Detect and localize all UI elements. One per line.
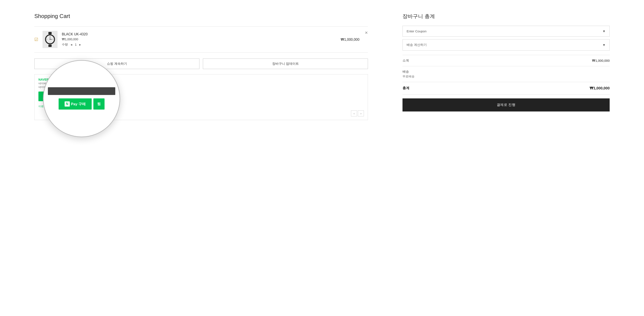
- item-price: ₩1,000,000: [62, 37, 341, 41]
- item-image: [42, 31, 58, 48]
- svg-point-7: [50, 39, 50, 40]
- total-value: ₩1,000,000: [590, 86, 610, 90]
- free-shipping-label: 무료배송: [402, 75, 414, 78]
- subtotal-value: ₩1,000,000: [592, 59, 610, 63]
- watch-icon: [44, 32, 56, 47]
- item-details: BLACK UK-4320 ₩1,000,000 수량 ◄ 1 ►: [62, 32, 341, 46]
- quantity-label: 수량: [62, 43, 68, 46]
- shipping-row-label: 배송: [402, 70, 409, 74]
- shipping-label: 배송 계산하기: [406, 43, 427, 47]
- shipping-dropdown[interactable]: 배송 계산하기 ▼: [402, 39, 610, 51]
- magnify-dark-bar: [48, 87, 115, 95]
- summary-title: 장바구니 총계: [402, 13, 610, 20]
- checkout-button[interactable]: 결제로 진행: [402, 98, 610, 112]
- prev-arrow-button[interactable]: ‹: [351, 110, 357, 116]
- subtotal-row: 소계 ₩1,000,000: [402, 55, 610, 66]
- svg-rect-1: [48, 45, 52, 47]
- total-label: 총계: [402, 86, 409, 90]
- cart-item: ☑: [34, 26, 368, 52]
- page-title: Shopping Cart: [34, 13, 368, 19]
- coupon-dropdown[interactable]: Enter Coupon ▼: [402, 26, 610, 37]
- magnify-pay-buttons: N Pay 구매 찜: [48, 98, 115, 110]
- magnify-overlay: N Pay 구매 찜: [43, 60, 120, 137]
- qty-next-button[interactable]: ►: [78, 43, 82, 46]
- qty-prev-button[interactable]: ◄: [70, 43, 73, 46]
- total-row: 총계 ₩1,000,000: [402, 82, 610, 95]
- item-total-price: ₩1,000,000: [341, 37, 359, 42]
- coupon-dropdown-arrow: ▼: [602, 29, 606, 33]
- qty-value: 1: [75, 43, 77, 46]
- subtotal-label: 소계: [402, 58, 409, 63]
- summary-rows: 소계 ₩1,000,000 배송 무료배송 총계 ₩1,000,000: [402, 55, 610, 95]
- shipping-dropdown-arrow: ▼: [602, 43, 606, 47]
- item-checkbox[interactable]: ☑: [34, 37, 38, 42]
- magnify-pay-label: Pay 구매: [71, 102, 86, 107]
- remove-item-button[interactable]: ✕: [365, 30, 368, 35]
- shopping-cart-section: Shopping Cart ☑: [34, 13, 368, 303]
- magnify-wish-button[interactable]: 찜: [94, 98, 104, 110]
- item-quantity: 수량 ◄ 1 ►: [62, 43, 341, 46]
- magnify-n-icon: N: [64, 101, 70, 107]
- cart-summary-section: 장바구니 총계 Enter Coupon ▼ 배송 계산하기 ▼ 소계 ₩1,0…: [402, 13, 610, 303]
- update-cart-button[interactable]: 장바구니 업데이트: [203, 58, 368, 69]
- shipping-row: 배송 무료배송: [402, 66, 610, 82]
- next-arrow-button[interactable]: ›: [358, 110, 364, 116]
- coupon-placeholder: Enter Coupon: [406, 29, 426, 33]
- magnify-npay-button[interactable]: N Pay 구매: [58, 98, 92, 110]
- item-name: BLACK UK-4320: [62, 32, 341, 36]
- svg-rect-0: [48, 32, 52, 34]
- magnify-content: N Pay 구매 찜: [44, 81, 120, 116]
